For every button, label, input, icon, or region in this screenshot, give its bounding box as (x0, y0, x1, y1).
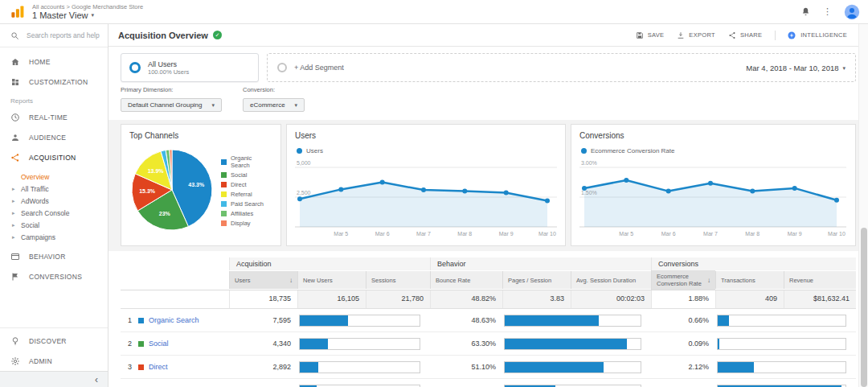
sidebar-item-audience[interactable]: AUDIENCE (0, 127, 108, 147)
channel-link[interactable]: Organic Search (149, 316, 199, 324)
primary-dimension-label: Primary Dimension: (121, 86, 222, 93)
action-label: SHARE (740, 31, 762, 39)
channel-link[interactable]: Social (149, 340, 169, 348)
sidebar-item-search-console[interactable]: ▸Search Console (0, 207, 108, 219)
table-row-organic-search: 1Organic Search7,59548.63%0.66% (121, 309, 856, 332)
pie-legend: Organic SearchSocialDirectReferralPaid S… (221, 154, 272, 227)
sidebar-item-behavior[interactable]: BEHAVIOR (0, 246, 108, 266)
users-bar (297, 361, 430, 373)
kebab-menu-icon[interactable]: ⋮ (823, 6, 832, 17)
share-button[interactable]: SHARE (728, 31, 762, 39)
notifications-bell-icon[interactable] (800, 6, 811, 17)
behavior-icon (10, 252, 20, 261)
dropdown-caret-icon: ▾ (212, 102, 215, 109)
legend-swatch-icon (221, 191, 227, 197)
bar-track (717, 361, 846, 373)
svg-text:Mar 6: Mar 6 (661, 231, 676, 237)
svg-text:13.9%: 13.9% (148, 168, 165, 174)
users-bar (297, 385, 430, 387)
conversions-legend: Ecommerce Conversion Rate (581, 147, 847, 154)
table-column-header-row: Users↓New UsersSessionsBounce RatePages … (121, 270, 856, 290)
sidebar-search[interactable]: Search reports and help (0, 24, 108, 47)
svg-text:Mar 6: Mar 6 (375, 231, 390, 237)
conversions-icon (10, 272, 20, 282)
sidebar-item-adwords[interactable]: ▸AdWords (0, 195, 108, 207)
channel-swatch-icon (138, 364, 144, 370)
export-icon (677, 31, 685, 39)
channel-link[interactable]: Direct (149, 363, 168, 371)
total-bounce-rate: 48.82% (430, 290, 502, 308)
admin-icon (10, 356, 20, 366)
conversion-rate-bar (715, 338, 856, 350)
sidebar-item-label: AUDIENCE (29, 134, 66, 142)
column-header-pages-session[interactable]: Pages / Session (502, 271, 571, 289)
sidebar-item-label: BEHAVIOR (29, 253, 66, 261)
intelligence-button[interactable]: INTELLIGENCE (775, 31, 847, 40)
svg-text:Mar 10: Mar 10 (538, 231, 556, 237)
legend-label: Organic Search (231, 154, 272, 169)
sidebar-item-label: HOME (29, 58, 51, 66)
sidebar-item-all-traffic[interactable]: ▸All Traffic (0, 183, 108, 195)
column-header-transactions[interactable]: Transactions (715, 271, 784, 289)
total-avg-session-duration: 00:02:03 (571, 290, 651, 308)
customization-icon (10, 77, 20, 87)
vertical-scrollbar[interactable] (858, 24, 868, 387)
column-header-revenue[interactable]: Revenue (784, 271, 856, 289)
home-icon (10, 57, 20, 67)
svg-text:2,500: 2,500 (297, 190, 311, 196)
bar-fill (718, 339, 719, 349)
sidebar-item-overview[interactable]: Overview (0, 171, 108, 183)
segment-all-users[interactable]: All Users 100.00% Users (121, 53, 259, 82)
segment-text: All Users 100.00% Users (148, 60, 189, 76)
sidebar-item-home[interactable]: HOME (0, 51, 108, 72)
avatar[interactable] (844, 4, 860, 20)
sidebar-item-real-time[interactable]: REAL-TIME (0, 107, 108, 127)
expand-arrow-icon: ▸ (12, 198, 21, 204)
svg-text:Mar 9: Mar 9 (499, 231, 514, 237)
legend-swatch-icon (221, 159, 227, 165)
bounce-rate-value: 51.10% (430, 363, 502, 371)
top-channels-pie-chart: 43.3%23%15.3%13.9% (129, 145, 216, 237)
column-header-users[interactable]: Users↓ (229, 271, 297, 289)
view-caret-icon: ▾ (92, 12, 95, 19)
column-header-bounce-rate[interactable]: Bounce Rate (430, 271, 502, 289)
line-chart-svg: 5,0002,500Mar 5Mar 6Mar 7Mar 8Mar 9Mar 1… (295, 156, 557, 240)
save-button[interactable]: SAVE (636, 31, 665, 39)
conversion-rate-bar (715, 315, 856, 327)
scrollbar-thumb[interactable] (861, 228, 867, 387)
sidebar-item-label: DISCOVER (29, 337, 67, 345)
column-header-sessions[interactable]: Sessions (366, 271, 430, 289)
svg-text:Mar 5: Mar 5 (334, 231, 348, 237)
sidebar-item-label: ADMIN (29, 357, 52, 365)
bounce-rate-bar (502, 338, 651, 350)
sidebar-item-admin[interactable]: ADMIN (0, 351, 108, 371)
conversion-dropdown[interactable]: eCommerce ▾ (243, 98, 305, 112)
column-header-ecommerce-conversion-rate[interactable]: Ecommerce Conversion Rate↓ (651, 270, 715, 290)
sidebar-collapse-button[interactable]: ‹ (0, 371, 108, 387)
page-title: Acquisition Overview (118, 31, 208, 40)
view-name[interactable]: 1 Master View (32, 10, 88, 21)
add-segment-button[interactable]: + Add Segment Mar 4, 2018 - Mar 10, 2018… (267, 53, 856, 82)
bounce-rate-bar (502, 385, 651, 387)
primary-dimension-dropdown[interactable]: Default Channel Grouping ▾ (121, 98, 222, 112)
sidebar-item-discover[interactable]: DISCOVER (0, 331, 108, 351)
bar-track (717, 338, 846, 350)
svg-text:23%: 23% (159, 211, 171, 216)
sidebar-item-customization[interactable]: CUSTOMIZATION (0, 72, 108, 92)
sidebar-item-label: CONVERSIONS (29, 273, 82, 281)
column-header-new-users[interactable]: New Users (297, 271, 366, 289)
sidebar-item-social[interactable]: ▸Social (0, 219, 108, 231)
total-sessions: 21,780 (366, 290, 430, 308)
legend-item-organic-search: Organic Search (221, 154, 272, 169)
search-placeholder: Search reports and help (27, 31, 100, 39)
column-header-avg-session-duration[interactable]: Avg. Session Duration (571, 271, 651, 289)
breadcrumb[interactable]: All accounts > Google Merchandise Store (32, 3, 143, 10)
export-button[interactable]: EXPORT (677, 31, 715, 39)
report-header: Acquisition Overview ✓ SAVEEXPORTSHAREIN… (108, 24, 868, 47)
panel-title: Users (295, 131, 557, 140)
date-range-selector[interactable]: Mar 4, 2018 - Mar 10, 2018 ▾ (746, 64, 845, 72)
sidebar-item-campaigns[interactable]: ▸Campaigns (0, 231, 108, 243)
sidebar-item-conversions[interactable]: CONVERSIONS (0, 266, 108, 286)
sidebar-item-acquisition[interactable]: ACQUISITION (0, 147, 108, 167)
legend-item-direct: Direct (221, 181, 272, 188)
